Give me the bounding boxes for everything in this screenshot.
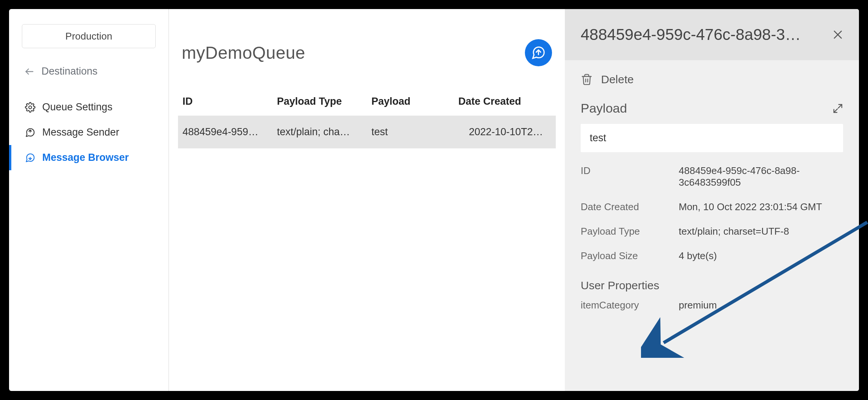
field-key-date-created: Date Created bbox=[581, 201, 671, 213]
gear-icon bbox=[25, 102, 35, 113]
table-row[interactable]: 488459e4-959… text/plain; cha… test 2022… bbox=[178, 116, 556, 148]
details-body: Delete Payload test ID bbox=[565, 60, 859, 324]
nav-label: Message Browser bbox=[42, 152, 129, 163]
col-payload-type: Payload Type bbox=[273, 87, 367, 116]
expand-payload-button[interactable] bbox=[833, 103, 843, 114]
user-properties-list: itemCategory premium bbox=[581, 299, 843, 311]
details-header: 488459e4-959c-476c-8a98-3… bbox=[565, 9, 859, 60]
field-key-payload-size: Payload Size bbox=[581, 250, 671, 262]
message-send-icon bbox=[25, 127, 35, 138]
col-id: ID bbox=[178, 87, 273, 116]
trash-icon bbox=[581, 73, 593, 85]
svg-line-4 bbox=[838, 104, 842, 108]
details-title: 488459e4-959c-476c-8a98-3… bbox=[581, 26, 823, 44]
payload-section-header: Payload bbox=[581, 101, 843, 116]
arrow-left-icon bbox=[24, 66, 35, 77]
cell-payload: test bbox=[367, 116, 454, 148]
queue-title: myDemoQueue bbox=[182, 43, 305, 63]
close-icon bbox=[832, 29, 844, 41]
content-header: myDemoQueue bbox=[178, 24, 556, 87]
col-date-created: Date Created bbox=[454, 87, 556, 116]
field-val-date-created: Mon, 10 Oct 2022 23:01:54 GMT bbox=[679, 201, 843, 213]
field-key-id: ID bbox=[581, 165, 671, 188]
nav-label: Queue Settings bbox=[42, 101, 112, 113]
nav-label: Message Sender bbox=[42, 127, 119, 138]
payload-value-box: test bbox=[581, 124, 843, 152]
svg-point-1 bbox=[29, 106, 31, 108]
svg-line-5 bbox=[834, 109, 837, 112]
payload-section-title: Payload bbox=[581, 101, 627, 116]
table-header-row: ID Payload Type Payload Date Created bbox=[178, 87, 556, 116]
expand-icon bbox=[833, 103, 843, 114]
environment-selector[interactable]: Production bbox=[22, 24, 156, 48]
close-details-button[interactable] bbox=[830, 27, 845, 42]
payload-value: test bbox=[590, 132, 606, 144]
send-message-button[interactable] bbox=[525, 39, 552, 66]
user-prop-key: itemCategory bbox=[581, 299, 671, 311]
field-key-payload-type: Payload Type bbox=[581, 226, 671, 237]
main-area: myDemoQueue ID Payload Type Payload bbox=[169, 9, 859, 391]
nav-queue-settings[interactable]: Queue Settings bbox=[9, 95, 169, 120]
message-details-panel: 488459e4-959c-476c-8a98-3… Delete bbox=[565, 9, 859, 391]
back-label: Destinations bbox=[41, 66, 98, 77]
sidebar: Production Destinations Queue Settings M… bbox=[9, 9, 169, 391]
message-list-pane: myDemoQueue ID Payload Type Payload bbox=[169, 9, 565, 391]
cell-id: 488459e4-959… bbox=[178, 116, 273, 148]
col-payload: Payload bbox=[367, 87, 454, 116]
environment-label: Production bbox=[65, 31, 112, 42]
details-fields: ID 488459e4-959c-476c-8a98-3c6483599f05 … bbox=[581, 165, 843, 262]
send-icon bbox=[531, 45, 546, 60]
user-properties-title: User Properties bbox=[581, 279, 843, 292]
nav-message-sender[interactable]: Message Sender bbox=[9, 120, 169, 145]
cell-date-created: 2022-10-10T2… bbox=[454, 116, 556, 148]
field-val-payload-type: text/plain; charset=UTF-8 bbox=[679, 226, 843, 237]
field-val-id: 488459e4-959c-476c-8a98-3c6483599f05 bbox=[679, 165, 843, 188]
message-browser-icon bbox=[25, 153, 35, 163]
cell-payload-type: text/plain; cha… bbox=[273, 116, 367, 148]
nav-message-browser[interactable]: Message Browser bbox=[9, 145, 169, 170]
field-val-payload-size: 4 byte(s) bbox=[679, 250, 843, 262]
user-prop-value: premium bbox=[679, 299, 843, 311]
delete-message-button[interactable]: Delete bbox=[581, 73, 843, 86]
delete-label: Delete bbox=[601, 73, 634, 86]
app-frame: Production Destinations Queue Settings M… bbox=[9, 9, 859, 391]
messages-table: ID Payload Type Payload Date Created 488… bbox=[178, 87, 556, 148]
back-to-destinations[interactable]: Destinations bbox=[9, 62, 169, 81]
